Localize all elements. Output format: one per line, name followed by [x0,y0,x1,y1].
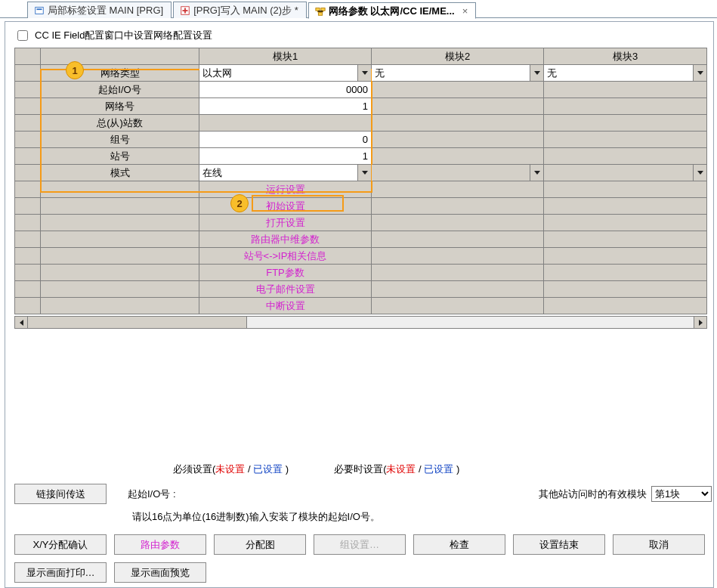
scroll-thumb[interactable] [28,317,247,328]
row-label-start-io: 起始I/O号 [41,82,199,98]
legend-must: 必须设置(未设置 / 已设置 ) [173,463,289,476]
start-io-m1[interactable]: 0000 [199,82,372,98]
checkbox-label: CC IE Field配置窗口中设置网络配置设置 [35,29,212,42]
col-label [41,48,199,65]
close-icon[interactable]: × [462,5,468,17]
dropdown-arrow-icon [693,165,706,181]
route-params-button[interactable]: 路由参数 [114,534,206,555]
group-settings-button[interactable]: 组设置… [314,534,406,555]
valid-module-label: 其他站访问时的有效模块 [539,487,647,501]
mode-m1[interactable]: 在线 [199,165,372,181]
h-scrollbar[interactable] [14,316,707,329]
tab-label: 局部标签设置 MAIN [PRG] [48,4,163,17]
dropdown-arrow-icon [530,65,543,81]
button-row-1: X/Y分配确认 路由参数 分配图 组设置… 检查 设置结束 取消 [14,534,712,555]
row-label-station: 站号 [41,148,199,165]
net-type-m1[interactable]: 以太网 [199,65,372,82]
io-note: 请以16点为单位(16进制数)输入安装了模块的起始I/O号。 [132,510,712,524]
scroll-left-icon[interactable] [15,317,28,328]
start-io-label: 起始I/O号 : [128,487,176,501]
main-panel: CC IE Field配置窗口中设置网络配置设置 1 2 模块1 模块2 模块3… [5,21,714,588]
group-m1[interactable]: 0 [199,132,372,148]
cancel-button[interactable]: 取消 [613,534,705,555]
scroll-right-icon[interactable] [694,317,706,328]
badge-2: 2 [230,194,249,212]
svg-rect-1 [37,8,42,10]
tab-label: [PRG]写入 MAIN (2)步 * [193,4,298,17]
dropdown-arrow-icon [357,65,371,81]
svg-rect-0 [36,8,44,14]
link-ip-info[interactable]: 站号<->IP相关信息 [199,248,372,265]
tab-write-main[interactable]: [PRG]写入 MAIN (2)步 * [173,2,307,18]
col-module3: 模块3 [544,48,707,65]
check-button[interactable]: 检查 [413,534,505,555]
print-screen-button[interactable]: 显示画面打印… [14,562,107,583]
scroll-track[interactable] [28,317,694,328]
grid-wrap: 1 2 模块1 模块2 模块3 网络类型 以太网 无 无 起始I/O号 [14,48,712,329]
link-ftp-params[interactable]: FTP参数 [199,265,372,281]
row-label-group: 组号 [41,132,199,148]
tab-label: 网络参数 以太网/CC IE/ME... [329,5,455,18]
row-label-net-no: 网络号 [41,98,199,115]
net-no-m1[interactable]: 1 [199,98,372,115]
row-label-total: 总(从)站数 [41,115,199,132]
dropdown-arrow-icon [693,65,706,81]
finish-button[interactable]: 设置结束 [513,534,605,555]
dropdown-arrow-icon [530,165,543,181]
alloc-map-button[interactable]: 分配图 [214,534,306,555]
svg-rect-5 [318,12,322,15]
mode-m3[interactable] [544,165,707,181]
col-module2: 模块2 [372,48,544,65]
mode-m2[interactable] [372,165,544,181]
row-label-mode: 模式 [41,165,199,181]
link-router-params[interactable]: 路由器中维参数 [199,231,372,248]
link-mail-settings[interactable]: 电子邮件设置 [199,281,372,298]
header-row: 模块1 模块2 模块3 [15,48,707,65]
svg-rect-3 [316,8,320,11]
preview-screen-button[interactable]: 显示画面预览 [114,562,206,583]
cc-ie-field-checkbox[interactable] [17,30,28,41]
link-interrupt-settings[interactable]: 中断设置 [199,298,372,314]
net-type-m2[interactable]: 无 [372,65,544,82]
param-grid: 模块1 模块2 模块3 网络类型 以太网 无 无 起始I/O号 0000 网络号… [14,48,707,314]
tab-network-params[interactable]: 网络参数 以太网/CC IE/ME... × [308,2,476,19]
write-icon [180,5,190,16]
badge-1: 1 [66,61,84,79]
tab-bar: 局部标签设置 MAIN [PRG] [PRG]写入 MAIN (2)步 * 网络… [0,0,717,18]
network-icon [315,6,326,17]
net-type-m3[interactable]: 无 [544,65,707,82]
valid-module-select[interactable]: 第1块 [651,486,712,502]
tab-local-labels[interactable]: 局部标签设置 MAIN [PRG] [27,2,172,18]
legend-row: 必须设置(未设置 / 已设置 ) 必要时设置(未设置 / 已设置 ) [173,463,712,476]
legend-optional: 必要时设置(未设置 / 已设置 ) [334,463,459,476]
row-label-net-type: 网络类型 [41,65,199,82]
station-m1[interactable]: 1 [199,148,372,165]
xy-alloc-button[interactable]: X/Y分配确认 [14,534,107,555]
dropdown-arrow-icon [357,165,371,181]
col-module1: 模块1 [199,48,372,65]
link-run-settings[interactable]: 运行设置 [199,181,372,198]
link-open-settings[interactable]: 打开设置 [199,215,372,231]
button-row-2: 显示画面打印… 显示画面预览 [14,562,712,583]
svg-rect-4 [321,8,325,11]
link-init-settings[interactable]: 初始设置 [199,198,372,215]
link-transfer-button[interactable]: 链接间传送 [14,484,107,504]
module-icon [34,5,45,16]
